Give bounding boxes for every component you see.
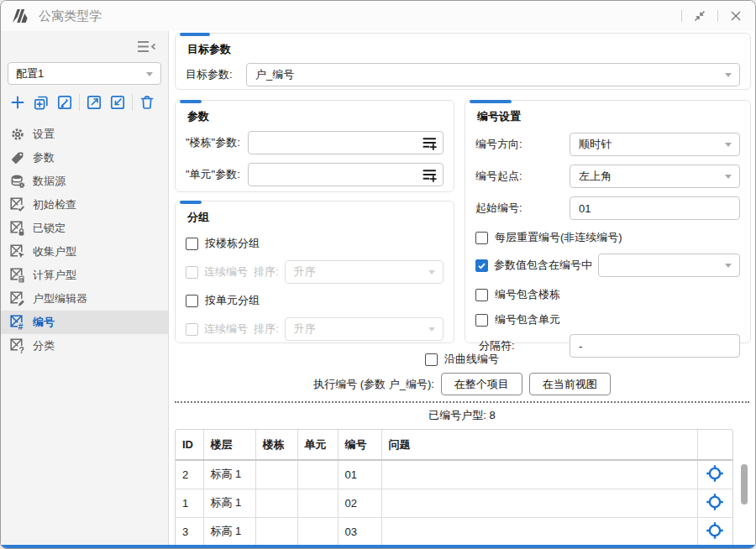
reset-per-level-checkbox[interactable]: [475, 232, 488, 244]
chevron-down-icon: [146, 72, 153, 76]
direction-dropdown[interactable]: 顺时针: [570, 133, 740, 156]
include-param-value-dropdown[interactable]: [598, 254, 740, 277]
unit-serial-checkbox: [186, 323, 198, 336]
table-scrollbar[interactable]: [741, 464, 748, 505]
number-current-view-button[interactable]: 在当前视图: [529, 373, 611, 395]
locate-crosshair-icon[interactable]: [706, 521, 724, 540]
cell-unit: [297, 460, 338, 489]
target-parameter-dropdown[interactable]: 户_编号: [246, 63, 740, 86]
building-serial-label: 连续编号: [204, 264, 248, 280]
restore-down-icon[interactable]: [690, 7, 709, 25]
sidebar-item-datasource[interactable]: 数据源: [1, 170, 168, 193]
table-row[interactable]: 2 标高 1 01: [176, 460, 732, 489]
include-building-checkbox[interactable]: [475, 289, 488, 301]
unit-sort-label: 排序:: [254, 322, 279, 337]
col-unit[interactable]: 单元: [297, 430, 338, 460]
locate-crosshair-icon[interactable]: [706, 464, 724, 483]
group-title: 编号设置: [465, 101, 750, 124]
cell-building: [255, 517, 297, 545]
building-param-input[interactable]: [248, 131, 444, 154]
pick-parameter-icon[interactable]: [422, 135, 438, 151]
export-config-button[interactable]: [82, 91, 106, 114]
number-entire-project-button[interactable]: 在整个项目: [441, 373, 522, 395]
origin-dropdown[interactable]: 左上角: [570, 165, 740, 188]
sidebar-item-numbering[interactable]: # 编号: [1, 311, 168, 334]
main-panel: 目标参数 目标参数: 户_编号 参数 "楼栋"参数:: [169, 31, 755, 545]
target-parameter-value: 户_编号: [255, 67, 294, 82]
sidebar-item-locked[interactable]: 已锁定: [1, 217, 168, 240]
group-by-building-checkbox[interactable]: [186, 238, 198, 250]
pick-parameter-icon[interactable]: [422, 167, 438, 183]
unit-param-input[interactable]: [248, 163, 444, 186]
sidebar-item-collect-units[interactable]: 收集户型: [1, 240, 168, 264]
chevron-down-icon: [725, 264, 732, 268]
parameters-group: 参数 "楼栋"参数: "单元"参数:: [175, 100, 454, 192]
sidebar-item-parameters[interactable]: 参数: [1, 146, 168, 170]
add-config-button[interactable]: [6, 91, 29, 114]
close-icon[interactable]: [727, 7, 745, 25]
include-param-value-label: 参数值包含在编号中: [494, 258, 592, 273]
group-by-building-label: 按楼栋分组: [205, 236, 260, 251]
title-bar: 公寓类型学: [1, 1, 755, 31]
include-unit-checkbox[interactable]: [475, 314, 488, 327]
origin-value: 左上角: [579, 169, 612, 184]
col-building[interactable]: 楼栋: [255, 430, 297, 460]
titlebar-divider: [681, 10, 682, 22]
locate-crosshair-icon[interactable]: [706, 493, 724, 511]
table-row[interactable]: 1 标高 1 02: [176, 489, 732, 517]
collapse-sidebar-icon[interactable]: [137, 39, 156, 54]
toolbar-divider: [132, 94, 133, 111]
col-number[interactable]: 编号: [338, 430, 381, 460]
duplicate-config-button[interactable]: [29, 91, 53, 114]
col-level[interactable]: 楼层: [203, 430, 255, 460]
col-id[interactable]: ID: [176, 430, 203, 460]
sidebar-item-label: 数据源: [33, 174, 66, 189]
cell-issue: [381, 489, 697, 517]
sidebar-item-label: 初始检查: [33, 197, 76, 212]
config-dropdown[interactable]: 配置1: [8, 62, 161, 85]
along-curve-checkbox[interactable]: [425, 353, 438, 366]
cell-level: 标高 1: [203, 517, 255, 545]
cell-number: 01: [338, 460, 381, 489]
database-icon: [10, 174, 25, 189]
cell-id: 3: [176, 517, 203, 545]
tag-icon: [10, 150, 25, 165]
sidebar-item-label: 户型编辑器: [33, 291, 87, 306]
sidebar-item-label: 参数: [33, 150, 55, 165]
unit-editor-icon: [10, 291, 25, 306]
unit-collect-icon: [10, 244, 25, 259]
sidebar-item-calculate-units[interactable]: 计算户型: [1, 264, 168, 287]
sidebar: 配置1: [1, 31, 169, 545]
unit-number-icon: #: [10, 315, 25, 330]
along-curve-label: 沿曲线编号: [444, 352, 499, 367]
execute-label: 执行编号 (参数 户_编号):: [313, 377, 434, 392]
delete-config-button[interactable]: [135, 91, 159, 114]
config-toolbar: [6, 91, 163, 114]
sidebar-item-initial-check[interactable]: 初始检查: [1, 193, 168, 217]
direction-label: 编号方向:: [475, 137, 570, 152]
cell-number: 03: [338, 517, 381, 545]
table-row[interactable]: 3 标高 1 03: [176, 517, 732, 545]
include-param-value-checkbox[interactable]: [475, 259, 488, 272]
import-config-button[interactable]: [106, 91, 129, 114]
group-title: 分组: [176, 201, 454, 225]
sidebar-item-classify[interactable]: ? 分类: [1, 334, 168, 358]
sidebar-item-unit-editor[interactable]: 户型编辑器: [1, 287, 168, 311]
target-parameter-label: 目标参数:: [186, 67, 246, 82]
group-by-unit-checkbox[interactable]: [186, 295, 198, 307]
col-issue[interactable]: 问题: [381, 430, 697, 460]
building-sort-dropdown: 升序: [285, 260, 444, 284]
svg-text:?: ?: [19, 345, 24, 353]
cell-unit: [297, 489, 338, 517]
sidebar-item-settings[interactable]: 设置: [1, 123, 168, 146]
section-divider: [175, 401, 749, 403]
include-building-label: 编号包含楼栋: [495, 287, 560, 302]
group-accent: [180, 201, 202, 204]
sidebar-nav: 设置 参数 数据源: [1, 123, 168, 358]
unit-serial-label: 连续编号: [204, 322, 248, 337]
start-number-input[interactable]: 01: [570, 196, 740, 220]
execute-row: 执行编号 (参数 户_编号): 在整个项目 在当前视图: [169, 373, 755, 395]
direction-value: 顺时针: [579, 137, 612, 152]
edit-config-button[interactable]: [53, 91, 76, 114]
group-title: 参数: [176, 101, 454, 124]
